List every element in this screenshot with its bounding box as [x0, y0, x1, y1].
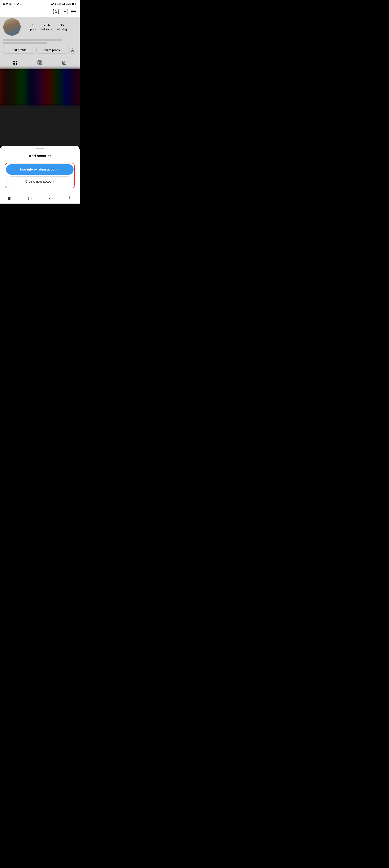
tagged-icon [62, 60, 67, 65]
tab-grid[interactable] [3, 59, 28, 66]
content-tabs [3, 57, 76, 67]
bottom-nav [0, 193, 79, 204]
threads-icon[interactable] [53, 9, 59, 15]
svg-point-1 [10, 3, 10, 4]
svg-rect-7 [64, 3, 65, 5]
svg-point-33 [64, 62, 65, 63]
menu-icon[interactable] [71, 10, 76, 14]
add-account-sheet: Add account Log into existing account Cr… [0, 146, 79, 193]
x-icon [13, 3, 16, 5]
status-time: 8:31 • [3, 2, 22, 6]
stats-area: 3 posts 264 followers 85 following [21, 23, 76, 31]
svg-rect-37 [28, 197, 31, 200]
sheet-handle [36, 148, 44, 149]
svg-rect-34 [8, 197, 9, 200]
create-new-account-button[interactable]: Create new account [6, 177, 73, 187]
top-nav [0, 7, 79, 17]
svg-rect-23 [13, 63, 15, 64]
status-icons: 4G 45% [51, 3, 76, 5]
status-bar: 8:31 • 4G 45% [0, 0, 79, 7]
blurred-content-area [0, 69, 79, 105]
network-type: 4G [58, 3, 61, 5]
avatar [3, 18, 21, 36]
svg-marker-31 [39, 62, 40, 63]
tab-reels[interactable] [28, 59, 52, 66]
dark-overlay [0, 105, 79, 146]
svg-rect-11 [53, 9, 59, 14]
battery-icon [72, 3, 76, 5]
svg-rect-22 [16, 61, 17, 62]
add-post-icon[interactable] [62, 9, 67, 15]
account-button-group: Log into existing account Create new acc… [5, 163, 75, 188]
mute-icon [55, 3, 58, 5]
nav-accessibility[interactable] [60, 193, 79, 204]
posts-stat: 3 posts [30, 23, 36, 31]
svg-rect-24 [16, 63, 17, 64]
bio-area [3, 39, 76, 44]
svg-rect-21 [13, 61, 15, 62]
log-into-existing-button[interactable]: Log into existing account [6, 164, 73, 175]
profile-buttons: Edit profile Share profile [3, 46, 76, 54]
share-profile-button[interactable]: Share profile [36, 46, 68, 54]
svg-point-18 [72, 49, 73, 50]
nav-back[interactable] [40, 193, 60, 204]
bio-line-1 [3, 39, 62, 41]
nav-menu[interactable] [0, 193, 20, 204]
svg-rect-10 [75, 4, 76, 5]
pen-icon [17, 3, 20, 5]
nav-home[interactable] [20, 193, 40, 204]
dot-icon: • [20, 2, 22, 6]
svg-rect-35 [9, 197, 10, 200]
followers-stat: 264 followers [41, 23, 52, 31]
sheet-title: Add account [5, 154, 75, 158]
tab-tagged[interactable] [52, 59, 76, 66]
gallery-icon [9, 3, 12, 5]
signal-icon [62, 3, 65, 5]
add-person-icon [71, 48, 75, 52]
add-person-button[interactable] [69, 46, 76, 54]
bio-line-2 [3, 42, 47, 44]
svg-rect-36 [10, 197, 11, 200]
reels-icon [37, 60, 42, 65]
battery-percent: 45% [66, 3, 71, 5]
profile-top: 3 posts 264 followers 85 following [3, 18, 76, 36]
edit-profile-button[interactable]: Edit profile [3, 46, 35, 54]
following-stat: 85 following [57, 23, 67, 31]
svg-rect-4 [62, 4, 63, 5]
key-icon [51, 3, 54, 5]
svg-rect-9 [72, 3, 74, 5]
svg-rect-5 [63, 4, 64, 5]
grid-icon [13, 60, 18, 65]
svg-rect-6 [64, 3, 64, 5]
profile-area: 3 posts 264 followers 85 following Edit … [0, 17, 79, 69]
